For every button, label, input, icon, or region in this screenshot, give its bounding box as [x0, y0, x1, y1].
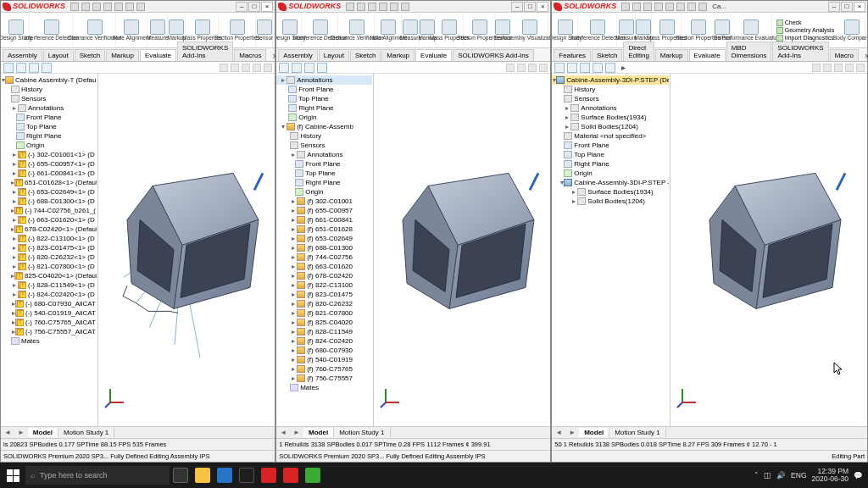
ribbon-interference[interactable]: Interference Detection — [31, 14, 73, 46]
tree-part[interactable]: (f) 655-C00957 — [307, 207, 353, 214]
tab-addins[interactable]: SOLIDWORKS Add-Ins — [177, 42, 233, 61]
ribbon-hole-align[interactable]: Hole Alignment — [117, 14, 147, 46]
tree-history[interactable]: History — [21, 86, 42, 93]
next-tab-icon[interactable]: ► — [290, 429, 303, 436]
tree-part[interactable]: (-) 680-C07930_AllCAT — [25, 300, 96, 308]
tab-model[interactable]: Model — [28, 428, 58, 437]
fm-tab-display-icon[interactable] — [317, 63, 327, 73]
start-button[interactable] — [0, 463, 25, 488]
tray-volume-icon[interactable]: 🔊 — [776, 471, 786, 480]
ribbon-body-compare[interactable]: Body Compare — [838, 14, 865, 46]
tree-part[interactable]: (-) 828-C11549<1> (D — [28, 281, 95, 289]
cabin-model[interactable] — [102, 160, 271, 323]
fm-tab-display-icon[interactable] — [593, 63, 603, 73]
tree-top-plane[interactable]: Top Plane — [305, 169, 336, 177]
tree-origin[interactable]: Origin — [574, 169, 592, 177]
tree-right-plane[interactable]: Right Plane — [298, 104, 333, 112]
cabin-model[interactable] — [377, 160, 547, 323]
tree-annotations[interactable]: Annotations — [28, 104, 64, 112]
tab-sketch[interactable]: Sketch — [350, 49, 381, 61]
view-style-icon[interactable] — [823, 64, 832, 72]
qat-options-icon[interactable] — [136, 3, 145, 11]
tree-part[interactable]: (-) 655-C00957<1> (D — [28, 160, 95, 168]
tree-part[interactable]: (-) 653-C02649<1> (D — [28, 188, 95, 196]
fm-tab-property-icon[interactable] — [16, 63, 26, 73]
tree-mates[interactable]: Mates — [300, 384, 319, 391]
tree-part[interactable]: (-) 821-C07800<1> (D — [28, 263, 95, 270]
tab-macros[interactable]: Macros — [234, 49, 266, 61]
ribbon-mass-props[interactable]: Mass Properties — [653, 14, 682, 46]
qat-rebuild-icon[interactable] — [687, 3, 696, 11]
graphics-view[interactable] — [374, 74, 550, 426]
ribbon-interference[interactable]: Interference Detection — [579, 14, 617, 46]
qat-new-icon[interactable] — [357, 3, 365, 11]
feature-tree[interactable]: ▸Annotations Front Plane Top Plane Right… — [276, 74, 374, 426]
tree-part[interactable]: (-) 760-C75765_AllCAT — [25, 319, 96, 326]
fm-tab-config-icon[interactable] — [304, 63, 314, 73]
tree-origin[interactable]: Origin — [298, 114, 316, 121]
fm-tab-property-icon[interactable] — [567, 63, 577, 73]
tab-addins[interactable]: SOLIDWORKS Add-Ins — [453, 49, 534, 61]
tree-annotations[interactable]: Annotations — [581, 104, 616, 112]
minimize-button[interactable]: – — [828, 2, 840, 12]
tree-part[interactable]: (-) 663-C01620<1> (D — [28, 216, 95, 224]
taskbar-app-explorer[interactable] — [192, 464, 214, 486]
tree-history[interactable]: History — [574, 86, 595, 93]
tree-surface-bodies[interactable]: Surface Bodies(1934) — [581, 114, 646, 121]
tree-part[interactable]: (f) 680-C07930 — [307, 347, 353, 354]
ribbon-measure[interactable]: Measure — [403, 14, 420, 46]
tree-front-plane[interactable]: Front Plane — [305, 160, 340, 168]
tree-root[interactable]: (f) Cabine-Assemb — [297, 123, 353, 130]
next-tab-icon[interactable]: ► — [565, 429, 579, 436]
fm-tab-feature-tree-icon[interactable] — [3, 63, 14, 73]
taskbar-clock[interactable]: 12:39 PM 2020-06-30 — [812, 468, 849, 484]
tab-features[interactable]: Features — [554, 49, 591, 61]
graphics-view[interactable] — [670, 74, 867, 426]
tab-motion-study[interactable]: Motion Study 1 — [58, 428, 114, 437]
view-scene-icon[interactable] — [253, 64, 261, 72]
close-button[interactable]: × — [537, 2, 548, 12]
ribbon-import-diagnostics[interactable]: Import Diagnostics — [776, 35, 834, 42]
ribbon-hole-align[interactable]: Hole Alignment — [376, 14, 402, 46]
ribbon-interference[interactable]: Interference Detection — [303, 14, 339, 46]
view-section-icon[interactable] — [242, 64, 250, 72]
tree-annotations[interactable]: Annotations — [297, 76, 332, 84]
tab-evaluate[interactable]: Evaluate — [689, 49, 726, 61]
qat-options-icon[interactable] — [401, 3, 409, 11]
minimize-button[interactable]: – — [236, 2, 248, 12]
qat-new-icon[interactable] — [632, 3, 641, 11]
view-hide-icon[interactable] — [264, 64, 272, 72]
tree-sensors[interactable]: Sensors — [574, 95, 598, 103]
tree-top-plane[interactable]: Top Plane — [26, 123, 57, 130]
ribbon-design-study[interactable]: Design Study — [278, 14, 302, 46]
taskbar-search[interactable]: ⌕ Type here to search — [25, 466, 170, 485]
fm-tab-extra-icon[interactable] — [605, 63, 615, 73]
tree-part[interactable]: (f) 744-C02756 — [307, 253, 353, 261]
taskbar-app-solidworks[interactable] — [258, 464, 280, 486]
tree-right-plane[interactable]: Right Plane — [26, 132, 61, 140]
tree-imported[interactable]: Cabine-Assembly-3DI-P.STEP -> — [574, 179, 669, 186]
system-tray[interactable]: ˄ ◫ 🔊 ENG 12:39 PM 2020-06-30 💬 — [749, 468, 868, 484]
view-orientation-icon[interactable] — [506, 64, 515, 72]
qat-print-icon[interactable] — [114, 3, 123, 11]
prev-tab-icon[interactable]: ◄ — [1, 429, 14, 436]
ribbon-design-study[interactable]: Design Study — [3, 14, 30, 46]
fm-tab-feature-tree-icon[interactable] — [279, 63, 289, 73]
tree-part[interactable]: (f) 653-C02649 — [307, 235, 353, 242]
tree-part[interactable]: (f) 663-C01620 — [307, 263, 353, 270]
qat-home-icon[interactable] — [346, 3, 354, 11]
tray-lang[interactable]: ENG — [791, 471, 806, 480]
tree-part[interactable]: (f) 688-C01300 — [307, 244, 353, 252]
ribbon-sensor[interactable]: Sensor — [257, 14, 274, 46]
tree-part[interactable]: (f) 678-C02420 — [307, 272, 353, 280]
tree-material[interactable]: Material <not specified> — [574, 132, 646, 140]
tab-mbd[interactable]: MBD Dimensions — [726, 42, 772, 61]
feature-tree[interactable]: ▾Cabine-Assembly-3DI-P.STEP (Default His… — [552, 74, 670, 426]
tab-motion-study[interactable]: Motion Study 1 — [609, 428, 665, 437]
tab-addins[interactable]: SOLIDWORKS Add-Ins — [772, 42, 828, 61]
tab-layout[interactable]: Layout — [43, 49, 74, 61]
ribbon-geometry-analysis[interactable]: Geometry Analysis — [776, 27, 834, 34]
tree-part[interactable]: (f) 828-C11549 — [307, 328, 353, 336]
fm-tab-config-icon[interactable] — [580, 63, 590, 73]
tab-model[interactable]: Model — [579, 428, 609, 437]
